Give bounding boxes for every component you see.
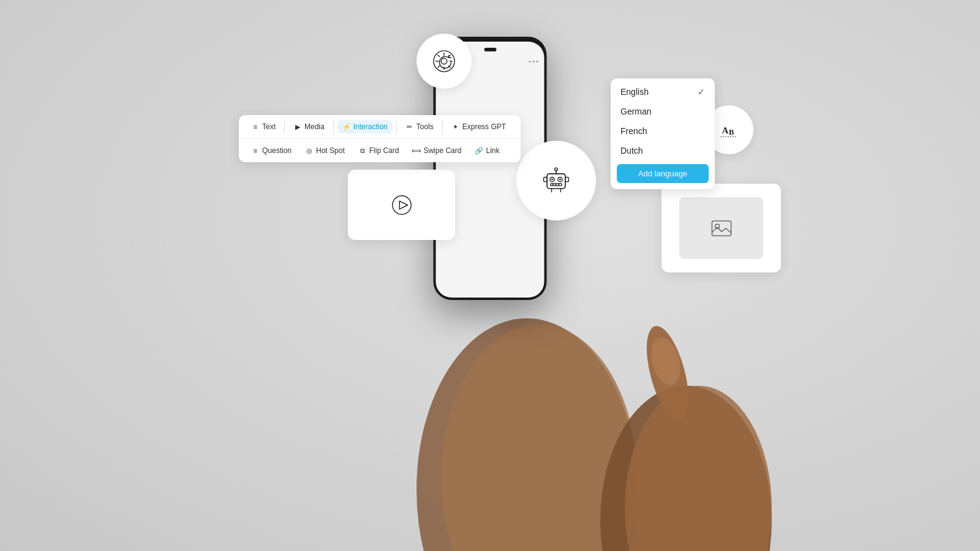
toolbar-item-link[interactable]: 🔗 Link [470, 144, 504, 157]
lang-check-english: ✓ [698, 87, 705, 97]
flipcard-icon: ⧉ [358, 146, 367, 155]
question-icon: ≡ [251, 146, 260, 155]
toolbar-link-label: Link [486, 146, 499, 155]
toolbar-row-2: ≡ Question ◎ Hot Spot ⧉ Flip Card ⟺ Swip… [239, 139, 521, 162]
text-icon: ≡ [251, 122, 260, 131]
toolbar-hotspot-label: Hot Spot [316, 146, 345, 155]
gear-circle [417, 34, 472, 89]
toolbar-item-swipecard[interactable]: ⟺ Swipe Card [407, 144, 466, 157]
lang-german-label: German [620, 107, 652, 116]
video-card [348, 170, 455, 240]
play-icon [390, 193, 413, 217]
status-dot-5 [537, 61, 538, 62]
robot-icon [540, 165, 572, 197]
lang-french-label: French [620, 126, 647, 136]
toolbar-tools-label: Tools [417, 122, 434, 131]
toolbar-item-express-gpt[interactable]: ✦ Express GPT [447, 120, 511, 133]
svg-marker-26 [399, 201, 407, 209]
hotspot-icon: ◎ [305, 146, 314, 155]
svg-rect-18 [558, 184, 560, 186]
lang-dutch-label: Dutch [620, 146, 643, 156]
express-gpt-icon: ✦ [451, 122, 460, 131]
svg-text:B: B [729, 128, 734, 137]
toolbar: ≡ Text ▶ Media ⚡ Interaction ✏ Tools ✦ E… [239, 115, 521, 162]
interaction-icon: ⚡ [342, 122, 351, 131]
gear-icon [432, 50, 456, 73]
svg-rect-27 [712, 220, 731, 235]
toolbar-item-interaction[interactable]: ⚡ Interaction [337, 120, 393, 133]
add-language-button[interactable]: Add language [617, 164, 709, 183]
toolbar-item-flipcard[interactable]: ⧉ Flip Card [353, 144, 404, 157]
toolbar-divider-2 [333, 121, 334, 133]
status-dot-4 [533, 61, 535, 62]
svg-point-14 [559, 179, 561, 181]
toolbar-row-1: ≡ Text ▶ Media ⚡ Interaction ✏ Tools ✦ E… [239, 115, 521, 139]
svg-rect-17 [555, 184, 557, 186]
svg-point-13 [551, 179, 553, 181]
link-icon: 🔗 [475, 146, 483, 155]
toolbar-question-label: Question [262, 146, 292, 155]
toolbar-swipecard-label: Swipe Card [423, 146, 461, 155]
language-dropdown: English ✓ German French Dutch Add langua… [611, 78, 715, 189]
lang-item-dutch[interactable]: Dutch [611, 141, 715, 160]
image-card-inner [679, 197, 763, 260]
svg-rect-10 [547, 174, 565, 189]
toolbar-express-gpt-label: Express GPT [462, 122, 506, 131]
svg-point-7 [441, 58, 447, 64]
toolbar-item-media[interactable]: ▶ Media [288, 120, 330, 133]
status-dot-3 [529, 61, 531, 62]
swipecard-icon: ⟺ [412, 146, 421, 155]
lang-item-french[interactable]: French [611, 121, 715, 141]
toolbar-divider-1 [284, 121, 285, 133]
toolbar-media-label: Media [304, 122, 325, 131]
phone-notch [484, 48, 496, 51]
lang-item-english[interactable]: English ✓ [611, 82, 715, 102]
image-card [662, 184, 781, 272]
toolbar-text-label: Text [262, 122, 276, 131]
svg-point-25 [392, 195, 410, 214]
toolbar-item-tools[interactable]: ✏ Tools [401, 120, 439, 133]
svg-rect-16 [552, 184, 554, 186]
toolbar-divider-3 [396, 121, 397, 133]
language-icon: A B [717, 118, 741, 141]
toolbar-flipcard-label: Flip Card [369, 146, 399, 155]
toolbar-interaction-label: Interaction [353, 122, 388, 131]
toolbar-divider-4 [442, 121, 443, 133]
image-icon [710, 217, 733, 240]
tools-icon: ✏ [405, 122, 414, 131]
toolbar-item-hotspot[interactable]: ◎ Hot Spot [300, 144, 350, 157]
media-icon: ▶ [293, 122, 302, 131]
robot-circle [516, 141, 596, 220]
phone-status-right [529, 61, 538, 62]
toolbar-item-question[interactable]: ≡ Question [246, 144, 296, 157]
toolbar-item-text[interactable]: ≡ Text [246, 120, 281, 133]
lang-english-label: English [620, 87, 649, 97]
lang-item-german[interactable]: German [611, 102, 715, 121]
svg-text:A: A [722, 125, 729, 135]
